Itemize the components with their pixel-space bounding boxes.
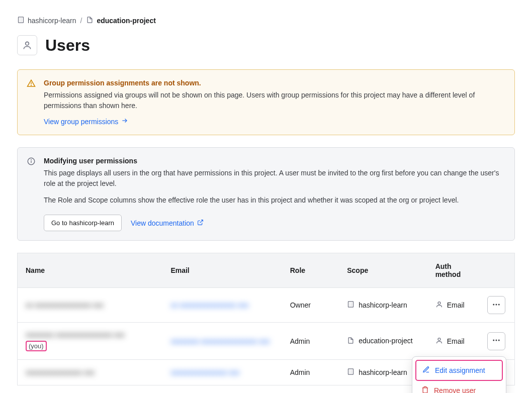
you-badge: (you)	[26, 341, 47, 351]
building-icon	[347, 368, 354, 377]
auth-cell: Email	[435, 301, 471, 310]
alert-info-title: Modifying user permissions	[44, 157, 505, 165]
edit-assignment-item[interactable]: Edit assignment	[415, 360, 503, 381]
alert-warning-title: Group permission assignments are not sho…	[44, 79, 505, 87]
svg-point-13	[31, 160, 32, 160]
scope-cell: hashicorp-learn	[347, 301, 419, 310]
arrow-right-icon	[121, 117, 128, 126]
svg-rect-30	[348, 369, 353, 374]
alert-warning-body: Permissions assigned via groups will not…	[44, 90, 505, 111]
doc-link-label: View documentation	[131, 219, 194, 227]
svg-point-27	[493, 340, 494, 341]
row-actions-menu: Edit assignmentRemove user	[412, 356, 506, 393]
users-table: Name Email Role Scope Auth method xx xxx…	[17, 253, 515, 385]
role-cell: Admin	[282, 323, 339, 360]
svg-point-25	[498, 304, 500, 305]
scope-label: hashicorp-learn	[359, 368, 407, 377]
table-row: xxxxxxxx xxxxxxxxxxxxxxxx xxx(you)xxxxxx…	[18, 323, 515, 360]
trash-icon	[421, 386, 429, 393]
page-title: Users	[45, 36, 90, 55]
edit-icon	[422, 366, 430, 375]
th-actions	[479, 253, 515, 288]
th-role: Role	[282, 253, 339, 288]
row-actions-button[interactable]	[487, 296, 505, 314]
svg-point-7	[26, 42, 29, 45]
breadcrumb-org[interactable]: hashicorp-learn	[17, 16, 76, 25]
view-documentation-link[interactable]: View documentation	[131, 219, 204, 227]
alert-info: Modifying user permissions This page dis…	[17, 147, 515, 241]
svg-point-28	[495, 340, 497, 341]
row-actions-button[interactable]	[487, 332, 505, 350]
file-icon	[86, 16, 94, 25]
users-icon	[17, 35, 37, 55]
auth-label: Email	[447, 337, 465, 345]
breadcrumb-project-label: education-project	[97, 17, 155, 25]
scope-cell: education-project	[347, 337, 419, 346]
dots-icon	[492, 336, 501, 346]
svg-point-24	[495, 304, 497, 305]
alert-warning: Group permission assignments are not sho…	[17, 69, 515, 135]
file-icon	[347, 337, 354, 346]
svg-rect-0	[19, 17, 24, 23]
user-icon	[435, 337, 443, 346]
alert-info-actions: Go to hashicorp-learn View documentation	[44, 215, 505, 231]
user-email-blurred: xxxxxxxxxxxxxxxx xxx	[170, 368, 274, 376]
th-auth: Auth method	[427, 253, 479, 288]
building-icon	[347, 301, 354, 310]
user-email-blurred: xx xxxxxxxxxxxxxxxx xxx	[170, 301, 274, 309]
link-label: View group permissions	[44, 118, 118, 126]
user-name-blurred: xxxxxxxx xxxxxxxxxxxxxxxx xxx	[26, 331, 154, 339]
svg-point-23	[493, 304, 494, 305]
auth-label: Email	[447, 301, 465, 309]
dots-icon	[492, 300, 501, 311]
user-name-blurred: xxxxxxxxxxxxxxxx xxx	[26, 368, 154, 376]
user-name-blurred: xx xxxxxxxxxxxxxxxx xxx	[26, 301, 154, 309]
scope-label: education-project	[359, 337, 412, 345]
alert-info-body1: This page displays all users in the org …	[44, 168, 505, 189]
svg-rect-15	[348, 302, 353, 307]
view-group-permissions-link[interactable]: View group permissions	[44, 117, 128, 126]
breadcrumb-org-label: hashicorp-learn	[28, 17, 76, 25]
svg-point-9	[31, 85, 32, 85]
table-row: xx xxxxxxxxxxxxxxxx xxxxx xxxxxxxxxxxxxx…	[18, 288, 515, 323]
user-email-blurred: xxxxxxxx xxxxxxxxxxxxxxxx xxx	[170, 337, 274, 345]
edit-label: Edit assignment	[435, 366, 485, 374]
th-name: Name	[18, 253, 163, 288]
scope-cell: hashicorp-learn	[347, 368, 419, 377]
svg-point-26	[438, 338, 440, 340]
goto-org-button[interactable]: Go to hashicorp-learn	[44, 215, 122, 231]
breadcrumb-separator: /	[80, 17, 82, 25]
role-cell: Admin	[282, 360, 339, 385]
alert-info-body2: The Role and Scope columns show the effe…	[44, 195, 505, 206]
scope-label: hashicorp-learn	[359, 301, 407, 310]
user-icon	[435, 301, 443, 310]
auth-cell: Email	[435, 337, 471, 346]
external-link-icon	[197, 219, 204, 227]
info-icon	[27, 157, 36, 167]
svg-line-14	[200, 220, 203, 223]
remove-label: Remove user	[434, 386, 476, 393]
th-email: Email	[162, 253, 282, 288]
warning-icon	[27, 79, 36, 89]
remove-user-item[interactable]: Remove user	[415, 381, 503, 393]
th-scope: Scope	[339, 253, 427, 288]
page-header: Users	[17, 35, 515, 55]
breadcrumb: hashicorp-learn / education-project	[17, 16, 515, 25]
svg-point-29	[498, 340, 500, 341]
building-icon	[17, 16, 25, 25]
svg-point-22	[438, 302, 440, 305]
breadcrumb-project[interactable]: education-project	[86, 16, 155, 25]
role-cell: Owner	[282, 288, 339, 323]
